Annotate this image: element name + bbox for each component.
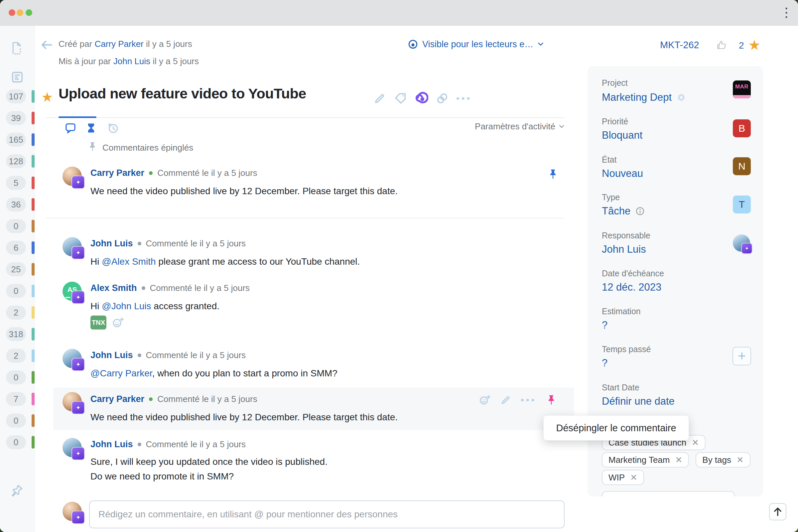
comment-text-part: Hi [91, 301, 102, 311]
avatar[interactable]: AS ✦ [62, 282, 82, 301]
comment-author-link[interactable]: Alex Smith [91, 283, 137, 293]
favorite-star-icon[interactable]: ★ [41, 90, 53, 105]
type-value-link[interactable]: Tâche [602, 205, 630, 217]
assignee-value-link[interactable]: John Luis [602, 243, 646, 255]
comment-author-link[interactable]: Carry Parker [91, 168, 144, 178]
tag-chip[interactable]: WIP ✕ [602, 470, 644, 485]
rail-counter[interactable]: 7 [0, 392, 35, 406]
rail-counter[interactable]: 6 [0, 241, 35, 255]
tag-remove-icon[interactable]: ✕ [737, 455, 744, 465]
comment-text-part: Hi [91, 256, 102, 267]
start-date-value-link[interactable]: Définir une date [602, 395, 674, 407]
project-settings-hexagon-icon[interactable] [676, 92, 686, 102]
type-badge[interactable]: T [733, 195, 751, 213]
tag-chip[interactable]: By tags ✕ [696, 452, 750, 468]
rail-counter[interactable]: 0 [0, 219, 35, 233]
tooltip: Désépingler le commentaire [543, 415, 689, 440]
rail-counter[interactable]: 128 [0, 154, 35, 168]
avatar[interactable]: ✦ [62, 392, 82, 411]
info-icon[interactable] [635, 206, 645, 216]
spent-time-value-link[interactable]: ? [602, 357, 607, 369]
state-badge[interactable]: N [733, 157, 751, 175]
zoom-button[interactable] [25, 9, 32, 16]
add-reaction-icon[interactable] [112, 316, 125, 329]
project-avatar-badge[interactable]: MAR [733, 80, 751, 98]
comment-author-link[interactable]: John Luis [91, 350, 133, 360]
rail-counter[interactable]: 165 [0, 133, 35, 147]
tag-remove-icon[interactable]: ✕ [630, 473, 638, 483]
rail-counter[interactable]: 0 [0, 370, 35, 384]
tab-history-icon[interactable] [85, 122, 97, 134]
user-mention-link[interactable]: @Alex Smith [102, 256, 156, 267]
field-value-project[interactable]: Marketing Dept [602, 92, 686, 103]
comment-author-link[interactable]: John Luis [91, 239, 133, 249]
avatar[interactable]: ✦ [62, 438, 82, 457]
close-button[interactable] [8, 9, 15, 16]
rail-counter[interactable]: 2 [0, 306, 35, 320]
tab-comments-icon[interactable] [64, 122, 76, 134]
scroll-to-top-button[interactable] [769, 503, 786, 520]
thumbs-up-icon[interactable] [716, 39, 727, 51]
assignee-avatar[interactable]: ✦ [733, 234, 750, 252]
comment-author-link[interactable]: Carry Parker [91, 394, 144, 404]
draft-page-icon[interactable] [10, 41, 23, 55]
more-actions-icon[interactable]: ••• [456, 93, 472, 104]
pin-outline-icon[interactable] [6, 481, 26, 501]
rail-counter[interactable]: 2 [0, 349, 35, 363]
rail-counter[interactable]: 25 [0, 262, 35, 276]
unpin-icon[interactable] [547, 169, 558, 180]
more-actions-icon[interactable]: ••• [521, 395, 536, 405]
project-link[interactable]: Marketing Dept [602, 92, 672, 103]
rail-counter[interactable]: 0 [0, 284, 35, 298]
tab-time-icon[interactable] [107, 122, 119, 134]
field-label-spent-time: Temps passé [602, 344, 651, 354]
activity-settings-dropdown[interactable]: Paramètres d'activité [475, 121, 565, 132]
tag-remove-icon[interactable]: ✕ [691, 438, 699, 448]
rail-counter[interactable]: 318 [0, 327, 35, 341]
rail-counter[interactable]: 0 [0, 435, 35, 449]
comment-input[interactable] [89, 500, 565, 528]
priority-badge[interactable]: B [733, 119, 751, 137]
user-mention-link[interactable]: @John Luis [102, 301, 151, 311]
avatar[interactable]: ✦ [62, 167, 82, 186]
add-reaction-icon[interactable] [479, 394, 491, 406]
ai-spiral-icon[interactable] [414, 92, 428, 106]
rail-counter[interactable]: 5 [0, 176, 35, 190]
due-date-value-link[interactable]: 12 déc. 2023 [602, 281, 661, 293]
rail-counter[interactable]: 107 [0, 90, 35, 103]
reaction-badge[interactable]: TNX [91, 316, 107, 329]
comment-author-link[interactable]: John Luis [91, 439, 133, 450]
unpin-icon-active[interactable] [546, 394, 557, 406]
rail-counter[interactable]: 0 [0, 414, 35, 428]
tag-label: WIP [608, 473, 625, 483]
user-mention-link[interactable]: @Carry Parker [91, 368, 152, 378]
updated-user-link[interactable]: John Luis [113, 56, 150, 66]
article-icon[interactable] [11, 71, 24, 84]
visibility-label: Visible pour les lecteurs e… [422, 39, 533, 50]
link-icon[interactable] [436, 92, 449, 105]
tag-chip[interactable]: Marketing Team ✕ [602, 452, 689, 468]
star-icon[interactable]: ★ [748, 37, 761, 53]
estimation-value-link[interactable]: ? [602, 319, 607, 331]
issue-id[interactable]: MKT-262 [660, 40, 699, 51]
field-label-start-date: Start Date [602, 383, 640, 392]
state-value-link[interactable]: Nouveau [602, 168, 643, 179]
kebab-menu-icon[interactable]: ⋮ [780, 5, 793, 20]
tag-remove-icon[interactable]: ✕ [675, 455, 683, 465]
tag-row: Marketing Team ✕ By tags ✕ [602, 452, 750, 468]
rail-counter[interactable]: 36 [0, 197, 35, 211]
edit-pencil-icon[interactable] [500, 394, 511, 406]
tag-chip[interactable] [602, 491, 735, 496]
created-user-link[interactable]: Carry Parker [94, 39, 143, 49]
tag-icon[interactable] [394, 92, 407, 105]
rail-counter[interactable]: 39 [0, 111, 35, 125]
priority-value-link[interactable]: Bloquant [602, 129, 642, 141]
avatar[interactable]: ✦ [62, 237, 82, 256]
visibility-dropdown[interactable]: Visible pour les lecteurs e… [407, 39, 544, 50]
comment-text-part: , when do you plan to start a promo in S… [152, 368, 338, 378]
back-arrow-icon[interactable] [40, 39, 53, 51]
minimize-button[interactable] [17, 9, 23, 16]
avatar[interactable]: ✦ [62, 349, 82, 368]
edit-pencil-icon[interactable] [373, 92, 386, 105]
add-spent-time-button[interactable]: + [733, 347, 751, 365]
